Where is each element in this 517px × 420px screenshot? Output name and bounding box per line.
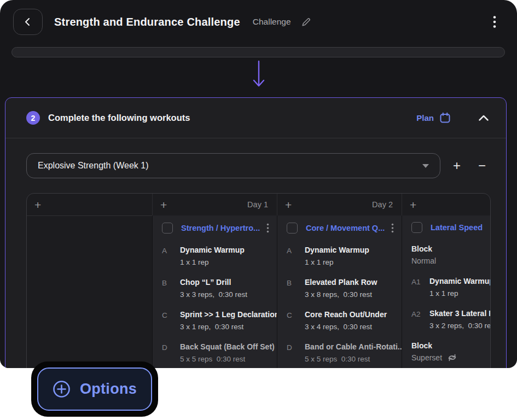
back-button[interactable] (13, 9, 43, 35)
exercise-row[interactable]: A1 Dynamic Warmup 1 x 1 rep (411, 277, 490, 298)
page-title: Strength and Endurance Challenge (54, 16, 240, 28)
workout-header: Lateral Speed / Ply (411, 222, 484, 233)
week-selector-row: Explosive Strength (Week 1) + − (5, 138, 506, 178)
step-2-card: 2 Complete the following workouts Plan (5, 97, 507, 368)
exercise-row[interactable]: B Elevated Plank Row 3 x 8 reps, 0:30 re… (287, 278, 402, 299)
grid-column-empty (27, 215, 152, 368)
options-label: Options (80, 381, 137, 398)
exercise-row[interactable]: D Band or Cable Anti-Rotati... 5 x 5 rep… (287, 342, 402, 363)
flow-connector (0, 60, 517, 89)
dropdown-caret-icon (422, 164, 429, 168)
exercise-tag: C (162, 310, 180, 331)
grid-header-cell-day1: + Day 1 (152, 194, 277, 215)
exercise-tag: B (162, 278, 180, 299)
workout-title[interactable]: Core / Movement Q... (306, 224, 387, 232)
add-workout-button[interactable]: + (160, 199, 167, 211)
exercise-row[interactable]: C Core Reach Out/Under 3 x 4 reps, 0:30 … (287, 310, 402, 331)
exercise-tag: A (287, 246, 305, 266)
grid-header-cell-3: + (402, 194, 490, 215)
step-title: Complete the following workouts (48, 113, 190, 123)
exercise-row[interactable]: A2 Skater 3 Lateral Ho 3 x 2 reps, 0:30 … (411, 309, 490, 330)
workout-checkbox[interactable] (162, 223, 173, 234)
app-panel: Strength and Endurance Challenge Challen… (0, 0, 517, 368)
options-highlight-ring: Options (31, 361, 158, 417)
exercise-detail: 3 x 2 reps, 0:30 re (429, 322, 490, 330)
remove-week-button[interactable]: − (473, 157, 491, 174)
exercise-name: Back Squat (Back Off Set) (180, 342, 275, 351)
exercise-tag: C (287, 310, 305, 331)
exercise-row[interactable]: B Chop “L” Drill 3 x 3 reps, 0:30 rest (162, 278, 277, 299)
plan-link[interactable]: Plan (416, 112, 451, 124)
kebab-menu-icon (391, 223, 394, 233)
collapse-section-button[interactable] (476, 112, 491, 124)
exercise-name: Band or Cable Anti-Rotati... (305, 342, 402, 351)
workout-header: Strength / Hypertro... (162, 222, 270, 234)
exercise-name: Skater 3 Lateral Ho (429, 309, 490, 318)
add-workout-button[interactable]: + (34, 199, 41, 211)
add-week-button[interactable]: + (448, 157, 466, 174)
workout-card-day1: Strength / Hypertro... A Dynamic Warmup … (152, 215, 277, 368)
workouts-grid: + + Day 1 + Day 2 + (26, 193, 491, 368)
block-type: Normal (411, 256, 490, 265)
plan-label: Plan (416, 113, 434, 122)
block-label: Block (411, 244, 490, 253)
day-1-label: Day 1 (247, 200, 268, 209)
exercise-detail: 5 x 5 reps 0:30 rest (305, 355, 402, 363)
pencil-icon (301, 17, 311, 27)
exercise-tag: A (162, 246, 180, 266)
grid-header-cell-day2: + Day 2 (277, 194, 402, 215)
calendar-icon (439, 112, 451, 124)
week-dropdown[interactable]: Explosive Strength (Week 1) (26, 153, 440, 178)
exercise-detail: 3 x 8 reps, 0:30 rest (305, 290, 377, 299)
workout-title[interactable]: Strength / Hypertro... (181, 224, 262, 232)
options-button[interactable]: Options (37, 368, 152, 411)
exercise-row[interactable]: C Sprint >> 1 Leg Declarations 3 x 1 rep… (162, 310, 277, 331)
edit-title-button[interactable] (301, 17, 311, 27)
workout-menu-button[interactable] (390, 222, 395, 234)
exercise-row[interactable]: D Back Squat (Back Off Set) 5 x 5 reps 0… (162, 342, 277, 363)
exercise-name: Sprint >> 1 Leg Declarations (180, 310, 277, 319)
exercise-detail: 1 x 1 rep (305, 258, 369, 266)
block-label: Block (411, 341, 490, 350)
kebab-menu-icon (266, 223, 269, 233)
day-2-label: Day 2 (372, 200, 393, 209)
exercise-tag: B (287, 278, 305, 299)
block-type-value: Superset (411, 353, 442, 362)
exercise-tag: D (162, 342, 180, 363)
superset-loop-icon (447, 353, 457, 362)
collapsed-step-card[interactable] (11, 47, 505, 57)
top-bar: Strength and Endurance Challenge Challen… (0, 0, 517, 44)
add-workout-button[interactable]: + (285, 199, 292, 211)
exercise-name: Chop “L” Drill (180, 278, 247, 287)
block-row[interactable]: Block Superset (411, 341, 490, 362)
exercise-name: Elevated Plank Row (305, 278, 377, 287)
exercise-tag: A1 (411, 277, 429, 298)
workout-card-day3: Lateral Speed / Ply Block Normal A1 Dyna… (402, 215, 490, 368)
step-number-badge: 2 (26, 111, 40, 125)
add-workout-button[interactable]: + (410, 199, 416, 211)
exercise-row[interactable]: A Dynamic Warmup 1 x 1 rep (162, 246, 277, 266)
arrow-down-icon (251, 60, 266, 89)
workout-title[interactable]: Lateral Speed / Ply (431, 223, 484, 232)
plus-circle-icon (53, 380, 71, 398)
grid-header-row: + + Day 1 + Day 2 + (27, 194, 490, 216)
grid-header-cell-0: + (27, 194, 152, 215)
workout-menu-button[interactable] (265, 222, 270, 234)
exercise-detail: 1 x 1 rep (180, 258, 245, 266)
exercise-detail: 1 x 1 rep (429, 289, 490, 298)
page: Strength and Endurance Challenge Challen… (0, 0, 517, 420)
exercise-name: Dynamic Warmup (429, 277, 490, 285)
block-row[interactable]: Block Normal (411, 244, 490, 265)
program-type-label: Challenge (253, 17, 291, 27)
exercise-name: Dynamic Warmup (305, 246, 369, 254)
block-type: Superset (411, 353, 490, 362)
workout-checkbox[interactable] (287, 223, 298, 234)
overflow-menu-button[interactable] (491, 13, 498, 31)
exercise-tag: A2 (411, 309, 429, 330)
chevron-left-icon (23, 17, 33, 27)
workout-checkbox[interactable] (411, 222, 422, 233)
workout-card-day2: Core / Movement Q... A Dynamic Warmup 1 … (277, 215, 402, 368)
exercise-row[interactable]: A Dynamic Warmup 1 x 1 rep (287, 246, 402, 266)
exercise-detail: 3 x 4 reps, 0:30 rest (305, 323, 387, 331)
exercise-name: Dynamic Warmup (180, 246, 245, 254)
